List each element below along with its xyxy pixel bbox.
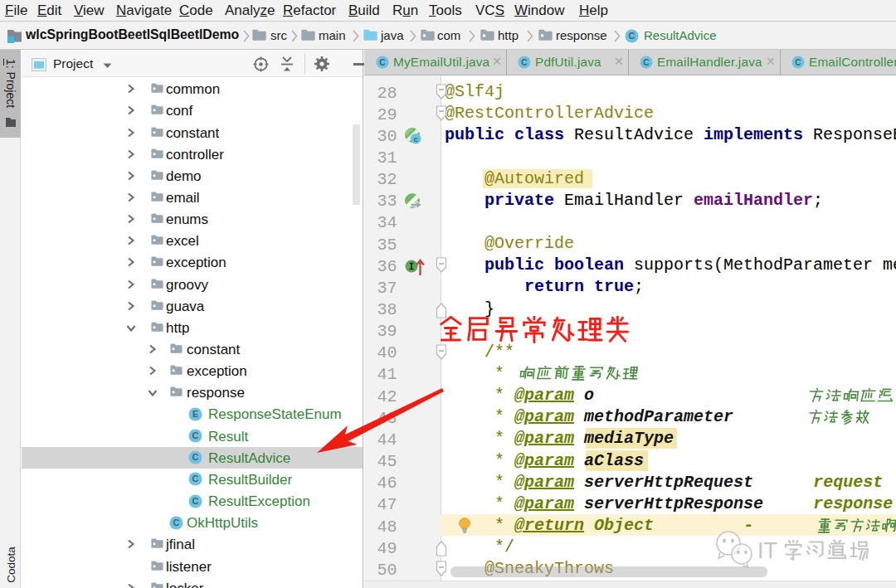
svg-text:C: C: [192, 453, 199, 463]
svg-text:C: C: [643, 58, 650, 67]
svg-text:C: C: [192, 431, 199, 441]
svg-text:C: C: [192, 496, 199, 506]
svg-text:C: C: [379, 58, 386, 67]
svg-text:C: C: [629, 31, 635, 41]
svg-text:c: c: [414, 134, 418, 143]
svg-text:C: C: [173, 518, 180, 527]
svg-text:C: C: [192, 474, 199, 484]
svg-text:E: E: [192, 409, 198, 419]
svg-text:C: C: [521, 58, 528, 67]
svg-text:C: C: [795, 58, 801, 67]
